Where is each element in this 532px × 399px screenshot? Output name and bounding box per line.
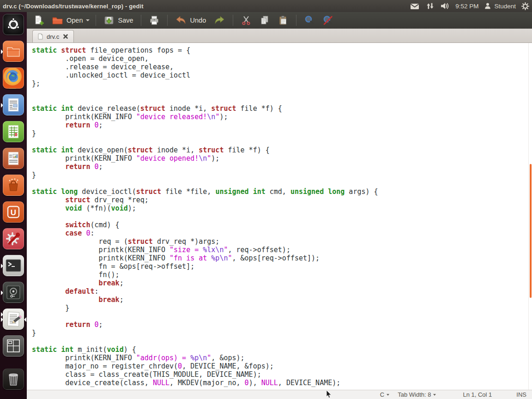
print-button[interactable] [146,13,163,28]
launcher-item-software-center[interactable] [2,175,24,197]
redo-button[interactable] [211,13,228,28]
launcher-item-workspace-switcher[interactable] [2,335,24,357]
tab-drv-c[interactable]: drv.c [32,30,74,42]
network-arrows-icon[interactable] [425,2,435,10]
toolbar-separator [167,15,168,26]
gear-icon[interactable] [521,2,529,10]
code-line[interactable]: fn = &ops[req->offset]; [32,262,532,271]
code-line[interactable]: req = (struct drv_req *)args; [32,237,532,246]
code-line[interactable]: printk(KERN_INFO "fn is at %p\n", &ops[r… [32,254,532,262]
launcher-item-libreoffice-calc[interactable] [2,121,24,143]
code-line[interactable]: } [32,171,532,179]
volume-icon[interactable] [441,2,450,10]
code-line[interactable] [32,138,532,146]
paste-button[interactable] [275,13,291,28]
toolbar: Open Save Undo [27,12,532,29]
code-line[interactable]: fn(); [32,271,532,279]
code-line[interactable]: struct drv_req *req; [32,196,532,204]
cut-button[interactable] [238,13,254,28]
code-line[interactable]: }; [32,79,532,88]
mail-icon[interactable] [410,3,419,10]
code-line[interactable]: printk(KERN_INFO "device released!\n"); [32,113,532,121]
launcher-item-ubuntu-dash[interactable] [2,14,24,36]
session-user[interactable]: Student [494,3,516,10]
launcher-item-firefox[interactable] [2,67,24,90]
launcher-item-trash[interactable] [2,369,24,391]
code-line[interactable]: .release = device_release, [32,63,532,71]
terminal-icon [3,255,24,276]
launcher-item-libreoffice-impress[interactable] [2,148,24,170]
code-line[interactable] [32,88,532,96]
code-line[interactable]: printk(KERN_INFO "size = %lx\n", req->of… [32,246,532,254]
code-line[interactable]: return 0; [32,163,532,171]
new-document-button[interactable] [30,13,47,28]
launcher-item-gedit[interactable] [2,308,24,331]
launcher-item-terminal[interactable] [2,255,24,277]
workspace-switcher-icon [3,335,24,357]
code-line[interactable]: .unlocked_ioctl = device_ioctl [32,71,532,79]
toolbar-separator [296,15,296,26]
user-icon [484,2,491,10]
code-line[interactable]: static struct file_operations fops = { [32,46,532,54]
tab-width-selector[interactable]: Tab Width: 8 [398,391,436,398]
launcher-item-ubuntu-one[interactable]: U [2,201,24,224]
code-line[interactable]: static int device_open(struct inode *i, … [32,146,532,154]
copy-button[interactable] [256,13,273,28]
launcher-item-files[interactable] [2,41,24,63]
code-line[interactable] [32,212,532,221]
code-line[interactable]: .open = device_open, [32,54,532,63]
undo-button-label: Undo [190,17,206,24]
tab-bar: drv.c [27,29,532,43]
toolbar-separator [96,15,96,26]
code-line[interactable]: return 0; [32,121,532,129]
code-line[interactable]: case 0: [32,229,532,237]
open-button[interactable]: Open [49,13,85,28]
undo-button[interactable]: Undo [172,13,209,28]
code-line[interactable]: default: [32,287,532,296]
libreoffice-writer-icon [3,94,24,115]
code-line[interactable]: printk(KERN_INFO "addr(ops) = %p\n", &op… [32,354,532,362]
search-button[interactable] [301,13,318,28]
code-line[interactable]: major_no = register_chrdev(0, DEVICE_NAM… [32,362,532,370]
code-line[interactable]: break; [32,279,532,287]
close-icon[interactable] [62,33,69,40]
launcher-item-libreoffice-writer[interactable] [2,94,24,116]
toolbar-separator [141,15,141,26]
code-line[interactable]: } [32,329,532,337]
window-title: drv.c (~/Downloads/trustwave/kernel_rop)… [3,3,144,10]
code-line[interactable]: switch(cmd) { [32,221,532,229]
code-line[interactable]: static int device_release(struct inode *… [32,104,532,113]
find-replace-button[interactable] [320,13,336,28]
code-line[interactable]: } [32,129,532,138]
language-selector[interactable]: C [380,391,389,398]
code-line[interactable] [32,179,532,187]
launcher-item-system-settings[interactable] [2,228,24,250]
code-line[interactable]: static int m_init(void) { [32,345,532,354]
code-line[interactable]: class = class_create(THIS_MODULE, DEVICE… [32,370,532,379]
code-line[interactable]: static long device_ioctl(struct file *fi… [32,187,532,196]
firefox-icon [3,67,24,89]
code-line[interactable] [32,96,532,104]
code-line[interactable]: printk(KERN_INFO "device opened!\n"); [32,154,532,163]
trash-icon [3,369,24,390]
code-line[interactable] [32,312,532,320]
tab-width-label: Tab Width: 8 [398,391,431,398]
code-line[interactable]: device_create(class, NULL, MKDEV(major_n… [32,379,532,387]
cursor-position: Ln 1, Col 1 [463,391,492,398]
launcher-item-safe[interactable] [2,282,24,304]
code-line[interactable]: } [32,304,532,312]
save-button[interactable]: Save [101,13,136,28]
code-line[interactable] [32,337,532,345]
save-button-label: Save [118,17,133,24]
code-line[interactable]: break; [32,296,532,304]
scrollbar-thumb[interactable] [530,164,532,298]
text-editor[interactable]: static struct file_operations fops = { .… [27,43,532,390]
system-settings-icon [3,228,24,249]
open-dropdown-button[interactable] [85,18,91,23]
clock[interactable]: 9:52 PM [455,3,478,10]
code-line[interactable]: void (*fn)(void); [32,204,532,212]
gedit-window: Open Save Undo [27,12,532,399]
code-line[interactable]: return 0; [32,320,532,329]
input-mode: INS [516,391,526,398]
libreoffice-calc-icon [3,121,24,142]
